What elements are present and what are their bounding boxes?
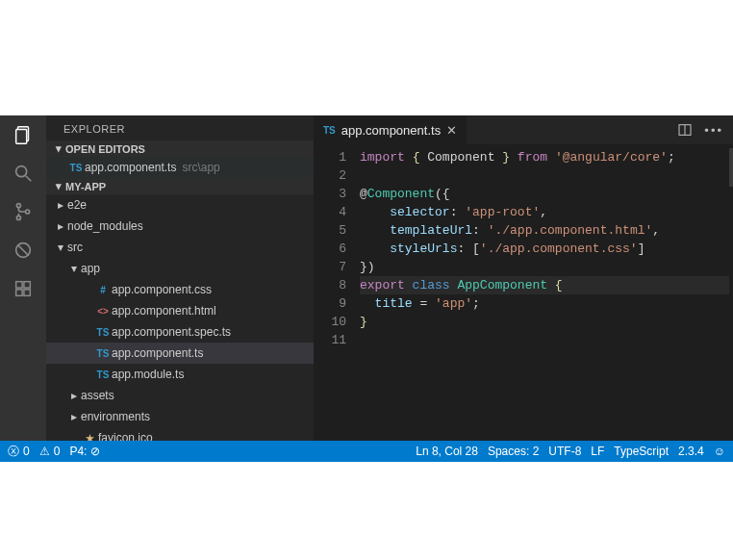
tree-item-label: app.component.ts	[112, 346, 203, 360]
svg-point-5	[16, 216, 20, 219]
svg-point-4	[16, 204, 20, 208]
ts-file-icon: TS	[94, 369, 112, 380]
close-icon[interactable]: ✕	[446, 123, 457, 138]
typescript-icon: TS	[323, 125, 336, 136]
file-item[interactable]: TSapp.component.spec.ts	[46, 321, 314, 343]
status-language[interactable]: TypeScript	[614, 445, 669, 458]
minimap[interactable]	[729, 148, 733, 441]
typescript-icon: TS	[67, 163, 85, 173]
chevron-right-icon: ▸	[67, 389, 81, 402]
svg-rect-1	[16, 130, 27, 144]
chevron-down-icon: ▾	[52, 180, 65, 192]
svg-line-8	[18, 245, 29, 256]
tab-filename: app.component.ts	[341, 123, 441, 138]
css-file-icon: #	[94, 285, 112, 295]
file-item[interactable]: <>app.component.html	[46, 300, 314, 321]
warning-icon: ⚠	[39, 445, 50, 458]
tree-item-label: app	[81, 262, 100, 275]
tree-item-label: assets	[81, 389, 114, 402]
svg-rect-11	[16, 290, 22, 295]
chevron-down-icon: ▾	[52, 142, 65, 155]
open-editor-filename: app.component.ts	[85, 161, 176, 174]
code-content: import { Component } from '@angular/core…	[356, 144, 729, 441]
chevron-right-icon: ▸	[54, 198, 67, 212]
tree-item-label: favicon.ico	[98, 431, 153, 441]
sidebar-title: EXPLORER	[46, 115, 314, 140]
status-errors[interactable]: ⓧ 0	[8, 444, 30, 460]
star-file-icon: ★	[81, 433, 98, 442]
ts-file-icon: TS	[94, 348, 112, 359]
search-icon[interactable]	[12, 162, 35, 185]
folder-item[interactable]: ▾app	[46, 258, 314, 279]
file-tree: ▸e2e▸node_modules▾src▾app #app.component…	[46, 194, 314, 441]
tree-item-label: app.component.spec.ts	[112, 325, 231, 339]
feedback-icon[interactable]: ☺	[714, 445, 725, 458]
svg-rect-9	[16, 282, 22, 288]
open-editor-path: src\app	[182, 161, 219, 174]
activity-bar	[0, 115, 46, 441]
project-label: MY-APP	[65, 181, 106, 192]
line-numbers: 1234567891011	[314, 144, 356, 441]
extensions-icon[interactable]	[12, 277, 35, 300]
source-control-icon[interactable]	[12, 200, 35, 223]
html-file-icon: <>	[94, 306, 112, 317]
tree-item-label: app.module.ts	[112, 368, 184, 381]
explorer-sidebar: EXPLORER ▾ OPEN EDITORS TS app.component…	[46, 115, 314, 441]
svg-point-2	[16, 166, 27, 177]
tree-item-label: app.component.html	[112, 304, 216, 318]
chevron-down-icon: ▾	[54, 241, 67, 254]
file-item[interactable]: TSapp.component.ts	[46, 343, 314, 364]
folder-item[interactable]: ▸assets	[46, 385, 314, 406]
status-warnings[interactable]: ⚠ 0	[39, 445, 61, 458]
status-bar: ⓧ 0 ⚠ 0 P4: ⊘ Ln 8, Col 28 Spaces: 2 UTF…	[0, 441, 733, 462]
status-version[interactable]: 2.3.4	[678, 445, 704, 458]
open-editors-header[interactable]: ▾ OPEN EDITORS	[46, 140, 314, 157]
chevron-right-icon: ▸	[67, 410, 81, 423]
editor-tab[interactable]: TS app.component.ts ✕	[314, 115, 468, 144]
open-editor-item[interactable]: TS app.component.ts src\app	[46, 157, 314, 178]
file-item[interactable]: #app.component.css	[46, 279, 314, 300]
tree-item-label: environments	[81, 410, 150, 423]
folder-item[interactable]: ▸environments	[46, 406, 314, 427]
open-editors-label: OPEN EDITORS	[65, 143, 145, 155]
svg-rect-10	[24, 282, 30, 288]
svg-point-6	[26, 210, 30, 214]
explorer-icon[interactable]	[12, 123, 35, 146]
debug-icon[interactable]	[12, 239, 35, 262]
code-editor[interactable]: 1234567891011 import { Component } from …	[314, 144, 733, 441]
project-header[interactable]: ▾ MY-APP	[46, 178, 314, 194]
status-p4[interactable]: P4: ⊘	[69, 445, 100, 458]
svg-rect-12	[24, 290, 30, 295]
ts-file-icon: TS	[94, 327, 112, 338]
disabled-icon: ⊘	[90, 445, 100, 458]
editor-group: TS app.component.ts ✕ ••• 1234567891011 …	[314, 115, 733, 441]
folder-item[interactable]: ▾src	[46, 237, 314, 258]
tab-bar: TS app.component.ts ✕ •••	[314, 115, 733, 144]
file-item[interactable]: TSapp.module.ts	[46, 364, 314, 385]
tree-item-label: src	[67, 241, 83, 254]
tree-item-label: app.component.css	[112, 283, 212, 296]
tree-item-label: e2e	[67, 198, 87, 212]
folder-item[interactable]: ▸node_modules	[46, 216, 314, 237]
chevron-right-icon: ▸	[54, 219, 67, 233]
chevron-down-icon: ▾	[67, 262, 81, 275]
svg-line-3	[26, 176, 32, 182]
status-encoding[interactable]: UTF-8	[548, 445, 581, 458]
status-lncol[interactable]: Ln 8, Col 28	[416, 445, 478, 458]
tree-item-label: node_modules	[67, 219, 143, 233]
status-indent[interactable]: Spaces: 2	[488, 445, 539, 458]
folder-item[interactable]: ▸e2e	[46, 194, 314, 216]
more-icon[interactable]: •••	[704, 123, 723, 138]
error-icon: ⓧ	[8, 444, 19, 460]
file-item[interactable]: ★favicon.ico	[46, 427, 314, 441]
split-editor-icon[interactable]	[677, 122, 693, 138]
status-eol[interactable]: LF	[591, 445, 604, 458]
